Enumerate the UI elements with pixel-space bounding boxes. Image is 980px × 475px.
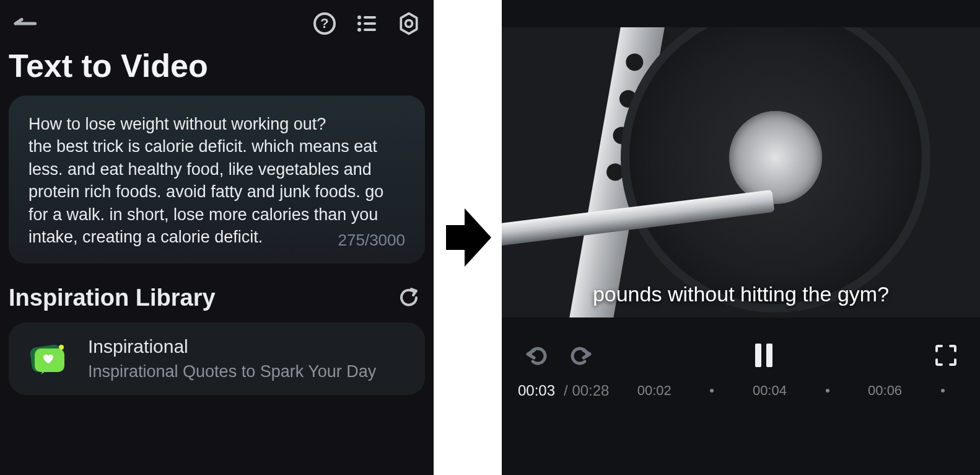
inspiration-card-icon	[26, 336, 71, 381]
inspiration-title: Inspiration Library	[9, 285, 216, 311]
page-title: Text to Video	[0, 42, 434, 95]
svg-rect-7	[364, 29, 376, 31]
text-input-content[interactable]: How to lose weight without working out? …	[28, 113, 387, 249]
timeline-mark: 00:06	[868, 383, 902, 399]
svg-point-2	[357, 16, 361, 19]
fullscreen-button[interactable]	[934, 344, 958, 367]
timeline-mark: 00:04	[753, 383, 787, 399]
redo-button[interactable]	[567, 344, 593, 366]
svg-point-4	[357, 22, 361, 25]
list-icon	[354, 11, 379, 36]
undo-icon	[524, 344, 550, 366]
timeline-dot	[941, 389, 945, 393]
redo-icon	[567, 344, 593, 366]
inspiration-text: Inspirational Inspirational Quotes to Sp…	[88, 336, 376, 381]
inspiration-header: Inspiration Library	[0, 264, 434, 322]
settings-button[interactable]	[396, 11, 421, 36]
right-arrow-icon	[443, 203, 492, 272]
text-to-video-panel: ? Text to Video	[0, 0, 434, 475]
list-button[interactable]	[354, 11, 379, 36]
undo-button[interactable]	[524, 344, 550, 366]
svg-rect-5	[364, 22, 376, 25]
video-editor-panel: pounds without hitting the gym?	[502, 0, 980, 475]
player-controls	[502, 317, 980, 373]
svg-rect-3	[364, 16, 376, 19]
back-arrow-icon	[12, 16, 37, 31]
svg-rect-13	[755, 344, 761, 367]
refresh-button[interactable]	[398, 286, 420, 309]
time-total: / 00:28	[564, 382, 609, 399]
char-counter: 275/3000	[338, 231, 405, 250]
inspiration-card[interactable]: Inspirational Inspirational Quotes to Sp…	[9, 322, 425, 395]
chat-heart-icon	[26, 336, 71, 381]
inspiration-card-subtitle: Inspirational Quotes to Spark Your Day	[88, 362, 376, 381]
timeline-dot	[710, 389, 714, 393]
video-caption: pounds without hitting the gym?	[502, 282, 980, 306]
timeline-dot	[826, 389, 829, 393]
timeline-mark: 00:02	[637, 383, 672, 399]
settings-hex-icon	[396, 10, 421, 37]
play-pause-button[interactable]	[753, 342, 775, 368]
inspiration-card-title: Inspirational	[88, 336, 376, 357]
help-icon: ?	[312, 11, 337, 36]
time-current: 00:03	[518, 382, 555, 399]
svg-marker-8	[401, 14, 416, 34]
topbar: ?	[0, 0, 434, 42]
svg-rect-14	[766, 344, 772, 367]
svg-point-9	[406, 20, 413, 27]
refresh-icon	[398, 286, 420, 309]
pause-icon	[753, 342, 775, 368]
text-input-card[interactable]: How to lose weight without working out? …	[9, 95, 425, 264]
svg-point-12	[59, 345, 64, 350]
timeline[interactable]: 00:03 / 00:28 00:02 00:04 00:06	[502, 373, 980, 412]
video-preview[interactable]: pounds without hitting the gym?	[502, 27, 980, 317]
arrow-divider	[434, 0, 502, 475]
back-button[interactable]	[12, 11, 37, 36]
fullscreen-icon	[934, 344, 958, 367]
timeline-marks: 00:02 00:04 00:06	[618, 383, 964, 399]
svg-point-6	[357, 28, 361, 32]
svg-text:?: ?	[320, 16, 328, 31]
help-button[interactable]: ?	[312, 11, 337, 36]
video-scene	[502, 27, 980, 317]
